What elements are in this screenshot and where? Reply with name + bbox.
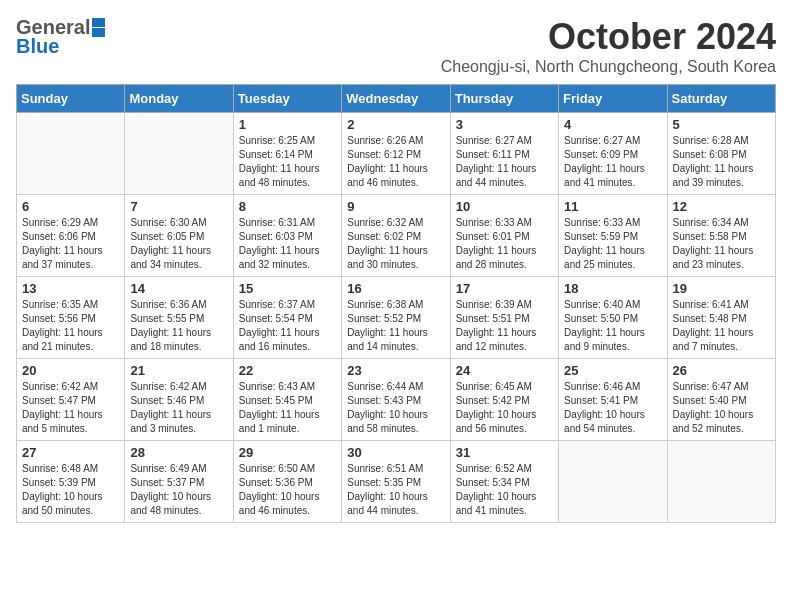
calendar-cell (559, 441, 667, 523)
day-info: Sunrise: 6:31 AM Sunset: 6:03 PM Dayligh… (239, 216, 336, 272)
day-number: 19 (673, 281, 770, 296)
day-info: Sunrise: 6:45 AM Sunset: 5:42 PM Dayligh… (456, 380, 553, 436)
day-info: Sunrise: 6:37 AM Sunset: 5:54 PM Dayligh… (239, 298, 336, 354)
calendar-cell: 16Sunrise: 6:38 AM Sunset: 5:52 PM Dayli… (342, 277, 450, 359)
calendar-table: SundayMondayTuesdayWednesdayThursdayFrid… (16, 84, 776, 523)
day-number: 12 (673, 199, 770, 214)
day-number: 28 (130, 445, 227, 460)
day-number: 14 (130, 281, 227, 296)
calendar-cell: 11Sunrise: 6:33 AM Sunset: 5:59 PM Dayli… (559, 195, 667, 277)
day-info: Sunrise: 6:40 AM Sunset: 5:50 PM Dayligh… (564, 298, 661, 354)
day-info: Sunrise: 6:28 AM Sunset: 6:08 PM Dayligh… (673, 134, 770, 190)
calendar-cell: 15Sunrise: 6:37 AM Sunset: 5:54 PM Dayli… (233, 277, 341, 359)
day-number: 20 (22, 363, 119, 378)
day-info: Sunrise: 6:48 AM Sunset: 5:39 PM Dayligh… (22, 462, 119, 518)
calendar-cell: 26Sunrise: 6:47 AM Sunset: 5:40 PM Dayli… (667, 359, 775, 441)
day-number: 16 (347, 281, 444, 296)
day-info: Sunrise: 6:52 AM Sunset: 5:34 PM Dayligh… (456, 462, 553, 518)
day-info: Sunrise: 6:35 AM Sunset: 5:56 PM Dayligh… (22, 298, 119, 354)
day-info: Sunrise: 6:50 AM Sunset: 5:36 PM Dayligh… (239, 462, 336, 518)
weekday-header-tuesday: Tuesday (233, 85, 341, 113)
day-info: Sunrise: 6:30 AM Sunset: 6:05 PM Dayligh… (130, 216, 227, 272)
calendar-cell: 9Sunrise: 6:32 AM Sunset: 6:02 PM Daylig… (342, 195, 450, 277)
calendar-cell: 21Sunrise: 6:42 AM Sunset: 5:46 PM Dayli… (125, 359, 233, 441)
day-number: 30 (347, 445, 444, 460)
logo: General Blue (16, 16, 105, 58)
calendar-cell: 22Sunrise: 6:43 AM Sunset: 5:45 PM Dayli… (233, 359, 341, 441)
calendar-cell: 6Sunrise: 6:29 AM Sunset: 6:06 PM Daylig… (17, 195, 125, 277)
day-number: 21 (130, 363, 227, 378)
calendar-cell: 30Sunrise: 6:51 AM Sunset: 5:35 PM Dayli… (342, 441, 450, 523)
calendar-cell: 24Sunrise: 6:45 AM Sunset: 5:42 PM Dayli… (450, 359, 558, 441)
weekday-header-friday: Friday (559, 85, 667, 113)
day-number: 23 (347, 363, 444, 378)
day-info: Sunrise: 6:27 AM Sunset: 6:09 PM Dayligh… (564, 134, 661, 190)
month-title: October 2024 (441, 16, 776, 58)
day-number: 18 (564, 281, 661, 296)
day-number: 29 (239, 445, 336, 460)
day-number: 5 (673, 117, 770, 132)
calendar-cell: 2Sunrise: 6:26 AM Sunset: 6:12 PM Daylig… (342, 113, 450, 195)
day-number: 8 (239, 199, 336, 214)
day-info: Sunrise: 6:42 AM Sunset: 5:47 PM Dayligh… (22, 380, 119, 436)
calendar-cell: 4Sunrise: 6:27 AM Sunset: 6:09 PM Daylig… (559, 113, 667, 195)
calendar-cell: 19Sunrise: 6:41 AM Sunset: 5:48 PM Dayli… (667, 277, 775, 359)
title-area: October 2024 Cheongju-si, North Chungche… (441, 16, 776, 76)
day-info: Sunrise: 6:47 AM Sunset: 5:40 PM Dayligh… (673, 380, 770, 436)
calendar-cell: 28Sunrise: 6:49 AM Sunset: 5:37 PM Dayli… (125, 441, 233, 523)
day-info: Sunrise: 6:33 AM Sunset: 5:59 PM Dayligh… (564, 216, 661, 272)
day-info: Sunrise: 6:39 AM Sunset: 5:51 PM Dayligh… (456, 298, 553, 354)
day-number: 27 (22, 445, 119, 460)
day-number: 11 (564, 199, 661, 214)
day-info: Sunrise: 6:27 AM Sunset: 6:11 PM Dayligh… (456, 134, 553, 190)
day-number: 3 (456, 117, 553, 132)
day-info: Sunrise: 6:49 AM Sunset: 5:37 PM Dayligh… (130, 462, 227, 518)
calendar-cell: 14Sunrise: 6:36 AM Sunset: 5:55 PM Dayli… (125, 277, 233, 359)
day-number: 24 (456, 363, 553, 378)
day-number: 9 (347, 199, 444, 214)
day-info: Sunrise: 6:33 AM Sunset: 6:01 PM Dayligh… (456, 216, 553, 272)
calendar-cell (667, 441, 775, 523)
calendar-cell: 13Sunrise: 6:35 AM Sunset: 5:56 PM Dayli… (17, 277, 125, 359)
weekday-header-sunday: Sunday (17, 85, 125, 113)
day-number: 2 (347, 117, 444, 132)
calendar-cell: 25Sunrise: 6:46 AM Sunset: 5:41 PM Dayli… (559, 359, 667, 441)
calendar-cell: 27Sunrise: 6:48 AM Sunset: 5:39 PM Dayli… (17, 441, 125, 523)
calendar-cell: 7Sunrise: 6:30 AM Sunset: 6:05 PM Daylig… (125, 195, 233, 277)
day-number: 15 (239, 281, 336, 296)
day-info: Sunrise: 6:36 AM Sunset: 5:55 PM Dayligh… (130, 298, 227, 354)
day-info: Sunrise: 6:46 AM Sunset: 5:41 PM Dayligh… (564, 380, 661, 436)
weekday-header-thursday: Thursday (450, 85, 558, 113)
day-number: 6 (22, 199, 119, 214)
day-info: Sunrise: 6:41 AM Sunset: 5:48 PM Dayligh… (673, 298, 770, 354)
calendar-cell (125, 113, 233, 195)
weekday-header-monday: Monday (125, 85, 233, 113)
day-number: 7 (130, 199, 227, 214)
day-number: 31 (456, 445, 553, 460)
calendar-cell: 29Sunrise: 6:50 AM Sunset: 5:36 PM Dayli… (233, 441, 341, 523)
day-info: Sunrise: 6:26 AM Sunset: 6:12 PM Dayligh… (347, 134, 444, 190)
calendar-cell (17, 113, 125, 195)
weekday-header-wednesday: Wednesday (342, 85, 450, 113)
calendar-cell: 8Sunrise: 6:31 AM Sunset: 6:03 PM Daylig… (233, 195, 341, 277)
location-title: Cheongju-si, North Chungcheong, South Ko… (441, 58, 776, 76)
calendar-cell: 18Sunrise: 6:40 AM Sunset: 5:50 PM Dayli… (559, 277, 667, 359)
weekday-header-saturday: Saturday (667, 85, 775, 113)
day-number: 22 (239, 363, 336, 378)
day-info: Sunrise: 6:44 AM Sunset: 5:43 PM Dayligh… (347, 380, 444, 436)
calendar-cell: 23Sunrise: 6:44 AM Sunset: 5:43 PM Dayli… (342, 359, 450, 441)
calendar-cell: 3Sunrise: 6:27 AM Sunset: 6:11 PM Daylig… (450, 113, 558, 195)
calendar-cell: 31Sunrise: 6:52 AM Sunset: 5:34 PM Dayli… (450, 441, 558, 523)
day-info: Sunrise: 6:34 AM Sunset: 5:58 PM Dayligh… (673, 216, 770, 272)
day-info: Sunrise: 6:32 AM Sunset: 6:02 PM Dayligh… (347, 216, 444, 272)
calendar-cell: 5Sunrise: 6:28 AM Sunset: 6:08 PM Daylig… (667, 113, 775, 195)
day-info: Sunrise: 6:43 AM Sunset: 5:45 PM Dayligh… (239, 380, 336, 436)
calendar-cell: 10Sunrise: 6:33 AM Sunset: 6:01 PM Dayli… (450, 195, 558, 277)
day-number: 1 (239, 117, 336, 132)
day-info: Sunrise: 6:29 AM Sunset: 6:06 PM Dayligh… (22, 216, 119, 272)
calendar-cell: 12Sunrise: 6:34 AM Sunset: 5:58 PM Dayli… (667, 195, 775, 277)
day-number: 17 (456, 281, 553, 296)
day-info: Sunrise: 6:51 AM Sunset: 5:35 PM Dayligh… (347, 462, 444, 518)
day-number: 26 (673, 363, 770, 378)
day-info: Sunrise: 6:42 AM Sunset: 5:46 PM Dayligh… (130, 380, 227, 436)
